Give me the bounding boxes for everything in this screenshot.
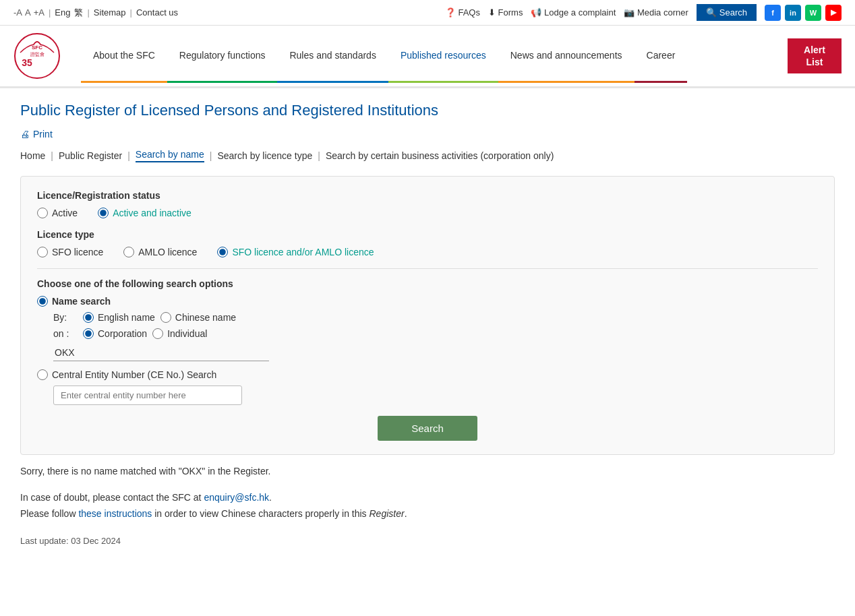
licence-type-label: Licence type <box>37 229 818 240</box>
search-button[interactable]: 🔍 Search <box>697 4 757 21</box>
ce-number-input[interactable] <box>53 386 242 405</box>
page-content: Public Register of Licensed Persons and … <box>0 88 855 559</box>
youtube-icon[interactable]: ▶ <box>825 5 842 21</box>
font-minus[interactable]: -A <box>13 7 22 18</box>
social-icons: f in W ▶ <box>765 5 842 21</box>
name-search-option[interactable]: Name search <box>37 296 818 307</box>
font-size-controls: -A A +A <box>13 7 45 18</box>
nav-career[interactable]: Career <box>635 29 688 83</box>
ce-search-block: Central Entity Number (CE No.) Search <box>37 369 818 405</box>
lang-eng[interactable]: Eng <box>55 7 70 18</box>
svg-text:35: 35 <box>22 57 32 68</box>
footer-note: In case of doubt, please contact the SFC… <box>20 490 835 522</box>
breadcrumb-search-by-business[interactable]: Search by certain business activities (c… <box>326 150 554 161</box>
top-bar-right: ❓ FAQs ⬇ Forms 📢 Lodge a complaint 📷 Med… <box>445 4 842 21</box>
name-search-radio[interactable] <box>37 296 48 307</box>
english-name-option[interactable]: English name <box>83 312 155 323</box>
wechat-icon[interactable]: W <box>805 5 821 21</box>
media-link[interactable]: 📷 Media corner <box>624 7 688 18</box>
nav-news[interactable]: News and announcements <box>498 29 635 83</box>
licence-status-label: Licence/Registration status <box>37 190 818 201</box>
sfo-amlo-licence-option[interactable]: SFO licence and/or AMLO licence <box>217 247 374 257</box>
chinese-name-radio[interactable] <box>160 312 171 323</box>
breadcrumb: Home | Public Register | Search by name … <box>20 149 835 162</box>
header-main: SFC 證監會 35 About the SFC Regulatory func… <box>0 26 855 88</box>
logo-area: SFC 證監會 35 <box>13 26 61 86</box>
print-icon: 🖨 <box>20 129 30 140</box>
svg-text:證監會: 證監會 <box>30 52 45 57</box>
by-label: By: <box>53 312 78 323</box>
sfc-logo: SFC 證監會 35 <box>13 32 61 80</box>
sfo-licence-option[interactable]: SFO licence <box>37 247 103 257</box>
svg-text:SFC: SFC <box>32 44 42 51</box>
status-active-inactive-radio[interactable] <box>98 208 109 218</box>
font-plus[interactable]: +A <box>34 7 45 18</box>
breadcrumb-public-register[interactable]: Public Register <box>59 150 122 161</box>
status-active-inactive-option[interactable]: Active and inactive <box>98 208 191 218</box>
search-submit-row: Search <box>37 416 818 441</box>
status-active-option[interactable]: Active <box>37 208 78 218</box>
search-options-section: Choose one of the following search optio… <box>37 268 818 405</box>
sitemap-link[interactable]: Sitemap <box>94 7 126 18</box>
contact-link[interactable]: Contact us <box>136 7 178 18</box>
on-label: on : <box>53 328 78 339</box>
facebook-icon[interactable]: f <box>765 5 781 21</box>
search-options-label: Choose one of the following search optio… <box>37 278 818 289</box>
chinese-name-option[interactable]: Chinese name <box>160 312 236 323</box>
nav-rules[interactable]: Rules and standards <box>277 29 388 83</box>
linkedin-icon[interactable]: in <box>785 5 801 21</box>
individual-radio[interactable] <box>152 328 163 339</box>
breadcrumb-home[interactable]: Home <box>20 150 45 161</box>
page-title: Public Register of Licensed Persons and … <box>20 102 835 119</box>
on-row: on : Corporation Individual <box>53 328 818 339</box>
search-panel: Licence/Registration status Active Activ… <box>20 176 835 455</box>
result-message: Sorry, there is no name matched with "OK… <box>20 466 835 476</box>
last-update: Last update: 03 Dec 2024 <box>20 536 835 546</box>
print-link[interactable]: 🖨 Print <box>20 129 835 140</box>
sfo-amlo-radio[interactable] <box>217 247 228 257</box>
ce-search-option[interactable]: Central Entity Number (CE No.) Search <box>37 369 818 380</box>
forms-link[interactable]: ⬇ Forms <box>488 7 523 18</box>
amlo-radio[interactable] <box>123 247 134 257</box>
name-input-row <box>53 344 818 361</box>
corporation-option[interactable]: Corporation <box>83 328 147 339</box>
lodge-link[interactable]: 📢 Lodge a complaint <box>531 7 616 18</box>
corporation-radio[interactable] <box>83 328 94 339</box>
faqs-link[interactable]: ❓ FAQs <box>445 7 480 18</box>
licence-type-group: SFO licence AMLO licence SFO licence and… <box>37 247 818 257</box>
ce-search-radio[interactable] <box>37 369 48 380</box>
nav-published[interactable]: Published resources <box>388 29 498 83</box>
font-normal[interactable]: A <box>25 7 31 18</box>
top-bar-left: -A A +A | Eng 繁 | Sitemap | Contact us <box>13 7 178 19</box>
nav-about[interactable]: About the SFC <box>81 29 167 83</box>
breadcrumb-search-by-name[interactable]: Search by name <box>136 149 204 162</box>
by-row: By: English name Chinese name <box>53 312 818 323</box>
english-name-radio[interactable] <box>83 312 94 323</box>
licence-status-group: Active Active and inactive <box>37 208 818 218</box>
amlo-licence-option[interactable]: AMLO licence <box>123 247 197 257</box>
name-search-block: Name search By: English name Chinese nam… <box>37 296 818 361</box>
top-bar: -A A +A | Eng 繁 | Sitemap | Contact us ❓… <box>0 0 855 26</box>
search-submit-button[interactable]: Search <box>378 416 477 441</box>
individual-option[interactable]: Individual <box>152 328 207 339</box>
alert-list-button[interactable]: Alert List <box>788 38 842 73</box>
name-input[interactable] <box>53 344 269 361</box>
nav-regulatory[interactable]: Regulatory functions <box>167 29 278 83</box>
sfo-radio[interactable] <box>37 247 48 257</box>
breadcrumb-search-by-licence[interactable]: Search by licence type <box>217 150 312 161</box>
instructions-link[interactable]: these instructions <box>78 508 152 519</box>
status-active-radio[interactable] <box>37 208 48 218</box>
lang-chi[interactable]: 繁 <box>74 7 83 19</box>
main-nav: About the SFC Regulatory functions Rules… <box>81 29 788 83</box>
email-link[interactable]: enquiry@sfc.hk <box>204 492 269 503</box>
